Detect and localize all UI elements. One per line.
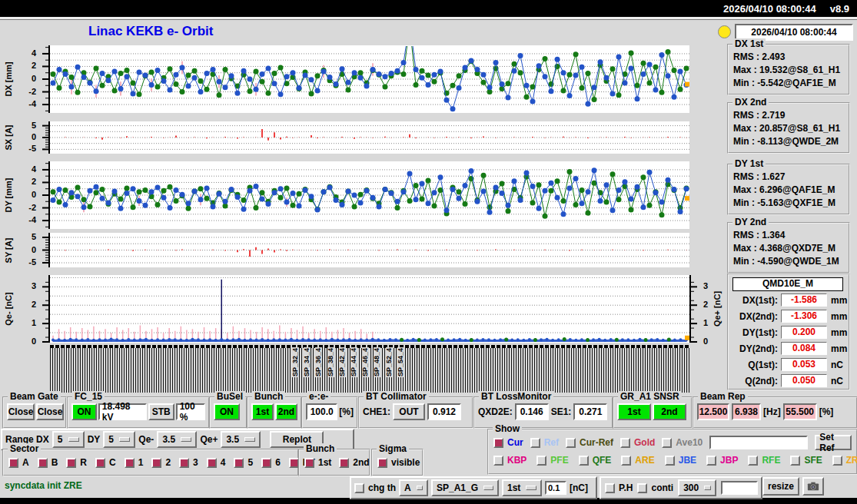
checkbox-indicator[interactable] <box>579 456 589 466</box>
checkbox-indicator[interactable] <box>566 438 576 448</box>
chg-th-checkbox[interactable]: chg th <box>354 482 396 493</box>
range-qep-select[interactable]: 3.5 <box>221 431 261 448</box>
set-ref-button[interactable]: Set Ref <box>815 435 852 450</box>
checkbox-rfe[interactable]: RFE <box>748 455 780 466</box>
checkbox-indicator[interactable] <box>706 456 716 466</box>
checkbox-indicator[interactable] <box>38 458 48 468</box>
checkbox-indicator[interactable] <box>8 458 18 468</box>
checkbox-jbp[interactable]: JBP <box>706 455 738 466</box>
range-dx-select[interactable]: 5 <box>52 431 85 448</box>
page-title: Linac KEKB e- Orbit <box>88 24 213 39</box>
checkbox-are[interactable]: ARE <box>621 455 654 466</box>
checkbox-indicator[interactable] <box>662 438 672 448</box>
ph-checkbox[interactable]: P.H <box>605 482 633 493</box>
checkbox-ref[interactable]: Ref <box>530 437 559 448</box>
num-select[interactable]: 300 <box>678 479 716 496</box>
checkbox-cur[interactable]: Cur <box>493 437 523 448</box>
sp-select[interactable]: SP_A1_G <box>431 479 499 496</box>
checkbox-indicator[interactable] <box>234 458 244 468</box>
snapshot-button[interactable] <box>802 477 824 496</box>
checkbox-ave10[interactable]: Ave10 <box>662 437 703 448</box>
checkbox-sfe[interactable]: SFE <box>790 455 822 466</box>
checkbox-indicator[interactable] <box>530 438 540 448</box>
checkbox-indicator[interactable] <box>289 458 299 468</box>
option-indicator <box>704 486 711 490</box>
checkbox-indicator[interactable] <box>207 458 217 468</box>
checkbox-5[interactable]: 5 <box>234 457 253 468</box>
checkbox-indicator[interactable] <box>179 458 189 468</box>
checkbox-indicator[interactable] <box>95 458 105 468</box>
checkbox-pfe[interactable]: PFE <box>536 455 568 466</box>
checkbox-indicator[interactable] <box>536 456 546 466</box>
checkbox-zre[interactable]: ZRE <box>832 455 857 466</box>
checkbox-indicator[interactable] <box>354 483 364 493</box>
bunch-select[interactable]: 1st <box>502 479 542 496</box>
station-label: SP_36_4 <box>315 347 322 377</box>
fc15-stb-button[interactable]: STB <box>148 403 174 420</box>
checkbox-indicator[interactable] <box>261 458 271 468</box>
checkbox-2nd[interactable]: 2nd <box>339 457 369 468</box>
checkbox-indicator[interactable] <box>493 456 503 466</box>
checkbox-indicator[interactable] <box>621 456 631 466</box>
application-window: { "titlebar": {"datetime": "2026/04/10 0… <box>0 0 857 504</box>
y-tick-label: 0 <box>18 190 36 199</box>
checkbox-3[interactable]: 3 <box>179 457 198 468</box>
checkbox-label: 1st <box>318 457 331 468</box>
checkbox-indicator[interactable] <box>493 438 503 448</box>
station-label: SP_42_4 <box>339 347 346 377</box>
gr-a1-snsr-frame: GR_A1 SNSR 1st 2nd <box>613 396 693 429</box>
checkbox-4[interactable]: 4 <box>207 457 226 468</box>
monitor-row-label: DX(2nd): <box>739 311 778 322</box>
checkbox-kbp[interactable]: KBP <box>493 455 526 466</box>
checkbox-label: JBE <box>679 455 696 466</box>
checkbox-indicator[interactable] <box>832 456 842 466</box>
checkbox-a[interactable]: A <box>8 457 29 468</box>
checkbox-indicator[interactable] <box>377 458 387 468</box>
checkbox-jbe[interactable]: JBE <box>665 455 696 466</box>
bunch-1st-button[interactable]: 1st <box>251 403 274 420</box>
checkbox-indicator[interactable] <box>125 458 135 468</box>
beam-rep-pct-unit: [%] <box>819 406 834 417</box>
checkbox-indicator[interactable] <box>151 458 161 468</box>
busel-on-button[interactable]: ON <box>214 403 240 420</box>
range-dy-select[interactable]: 5 <box>103 431 135 448</box>
threshold-input[interactable] <box>545 481 566 495</box>
checkbox-qfe[interactable]: QFE <box>579 455 612 466</box>
gr-a1-1st-button[interactable]: 1st <box>617 403 651 420</box>
beam-gate-close2-button[interactable]: Close <box>36 403 64 420</box>
resize-button[interactable]: resize <box>762 477 799 496</box>
checkbox-indicator[interactable] <box>339 458 349 468</box>
checkbox-1st[interactable]: 1st <box>304 457 331 468</box>
stat-row: RMS : 2.719 <box>729 110 849 121</box>
checkbox-indicator[interactable] <box>304 458 314 468</box>
checkbox-r[interactable]: R <box>66 457 87 468</box>
che1-out-button[interactable]: OUT <box>393 403 425 420</box>
checkbox-6[interactable]: 6 <box>261 457 281 468</box>
checkbox-indicator[interactable] <box>605 483 615 493</box>
chg-th-select[interactable]: A <box>399 479 428 496</box>
conti-checkbox[interactable]: conti <box>637 482 673 493</box>
checkbox-b[interactable]: B <box>38 457 58 468</box>
checkbox-indicator[interactable] <box>665 456 675 466</box>
checkbox-1[interactable]: 1 <box>125 457 144 468</box>
checkbox-indicator[interactable] <box>637 483 647 493</box>
y-tick-label: 5 <box>18 121 36 130</box>
checkbox-indicator[interactable] <box>748 456 758 466</box>
checkbox-indicator[interactable] <box>790 456 800 466</box>
ref-input[interactable] <box>709 436 808 449</box>
sigma-label: Sigma <box>377 443 409 454</box>
bunch-2nd-button[interactable]: 2nd <box>275 403 297 420</box>
beam-gate-close1-button[interactable]: Close <box>7 403 35 420</box>
range-qem-select[interactable]: 3.5 <box>157 431 197 448</box>
checkbox-indicator[interactable] <box>620 438 630 448</box>
gr-a1-2nd-button[interactable]: 2nd <box>653 403 686 420</box>
extra-input[interactable] <box>721 481 758 495</box>
checkbox-cur-ref[interactable]: Cur-Ref <box>566 437 613 448</box>
checkbox-2[interactable]: 2 <box>151 457 171 468</box>
fc15-on-button[interactable]: ON <box>71 403 97 420</box>
checkbox-visible[interactable]: visible <box>377 457 420 468</box>
checkbox-indicator[interactable] <box>66 458 76 468</box>
monitor-row: DX(1st):-1.586mm <box>729 293 849 307</box>
checkbox-c[interactable]: C <box>95 457 116 468</box>
checkbox-gold[interactable]: Gold <box>620 437 655 448</box>
